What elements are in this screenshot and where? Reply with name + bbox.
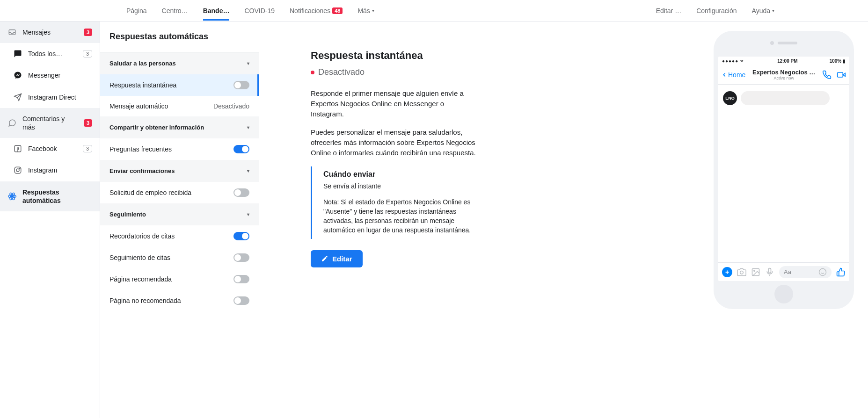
detail-title: Respuesta instantánea (311, 50, 690, 62)
phone-back-button[interactable]: Home (721, 71, 745, 79)
svg-rect-13 (769, 268, 771, 273)
when-box: Cuándo enviar Se envía al instante Nota:… (311, 166, 489, 239)
caret-down-icon: ▾ (247, 61, 249, 66)
svg-point-10 (740, 271, 744, 274)
phone-header: Home Expertos Negocios … Active now (718, 65, 849, 85)
phone-statusbar: ●●●●● ᯤ 12:00 PM 100% ▮ (718, 57, 849, 65)
phone-mic-icon[interactable] (765, 267, 774, 277)
sidebar-comentarios[interactable]: Comentarios y más 3 (0, 108, 100, 138)
toggle-pagina-recomendada[interactable] (233, 275, 249, 283)
when-note: Nota: Si el estado de Expertos Negocios … (323, 197, 479, 235)
message-bubble (741, 91, 830, 105)
phone-camera-icon[interactable] (737, 267, 746, 277)
row-pagina-recomendada[interactable]: Página recomendada (100, 268, 259, 290)
sidebar-respuestas-automaticas[interactable]: Respuestas automáticas (0, 181, 100, 211)
phone-image-icon[interactable] (751, 267, 760, 277)
instagram-icon (13, 166, 22, 174)
signal-icon: ●●●●● ᯤ (722, 58, 745, 64)
sidebar-instagram[interactable]: Instagram (0, 159, 100, 181)
row-mensaje-automatico[interactable]: Mensaje automático Desactivado (100, 96, 259, 116)
nav-configuracion[interactable]: Configuración (696, 1, 737, 20)
pencil-icon (321, 255, 328, 262)
nav-editar[interactable]: Editar … (656, 1, 681, 20)
nav-centro[interactable]: Centro… (162, 1, 188, 20)
atom-icon (7, 192, 17, 201)
caret-down-icon: ▾ (247, 168, 249, 173)
badge: 3 (84, 119, 92, 127)
svg-point-4 (19, 168, 20, 169)
inbox-icon (7, 28, 17, 36)
row-preguntas-frecuentes[interactable]: Preguntas frecuentes (100, 138, 259, 160)
phone-like-icon[interactable] (836, 267, 846, 277)
nav-covid[interactable]: COVID-19 (244, 1, 275, 20)
group-confirmaciones[interactable]: Enviar confirmaciones ▾ (100, 160, 259, 182)
settings-column: Respuestas automáticas Saludar a las per… (100, 22, 259, 418)
phone-footer: + Aa (718, 262, 849, 281)
toggle-respuesta-instantanea[interactable] (233, 81, 249, 89)
top-nav: Página Centro… Bande… COVID-19 Notificac… (0, 0, 868, 22)
toggle-pagina-no-recomendada[interactable] (233, 296, 249, 305)
phone-video-icon[interactable] (836, 70, 846, 79)
toggle-solicitud-empleo[interactable] (233, 188, 249, 197)
detail-paragraph-1: Responde el primer mensaje que alguien e… (311, 88, 479, 119)
phone-battery: 100% ▮ (830, 58, 846, 64)
phone-preview: ●●●●● ᯤ 12:00 PM 100% ▮ Home Expertos Ne… (709, 22, 868, 418)
phone-time: 12:00 PM (777, 58, 797, 64)
caret-down-icon: ▾ (772, 8, 774, 13)
row-recordatorios-citas[interactable]: Recordatorios de citas (100, 225, 259, 247)
badge: 3 (84, 29, 92, 36)
nav-pagina[interactable]: Página (126, 1, 147, 20)
sidebar-messenger[interactable]: Messenger (0, 65, 100, 86)
badge: 3 (83, 50, 92, 58)
sidebar-facebook[interactable]: Facebook 3 (0, 138, 100, 159)
detail-panel: Respuesta instantánea Desactivado Respon… (259, 22, 709, 418)
badge: 3 (83, 145, 92, 152)
nav-notificaciones[interactable]: Notificaciones 48 (290, 1, 343, 20)
caret-down-icon: ▾ (372, 8, 374, 13)
row-seguimiento-citas[interactable]: Seguimiento de citas (100, 247, 259, 268)
phone-add-icon[interactable]: + (722, 267, 732, 277)
messenger-icon (13, 71, 22, 79)
left-sidebar: Mensajes 3 Todos los… 3 Messenger Instag… (0, 22, 100, 418)
comment-icon (7, 119, 17, 127)
svg-point-12 (754, 270, 755, 271)
nav-bandeja[interactable]: Bande… (203, 1, 230, 20)
group-compartir[interactable]: Compartir y obtener información ▾ (100, 116, 259, 138)
when-sub: Se envía al instante (323, 182, 479, 190)
sidebar-todos[interactable]: Todos los… 3 (0, 43, 100, 65)
detail-paragraph-2: Puedes personalizar el mensaje para salu… (311, 127, 479, 158)
group-saludar[interactable]: Saludar a las personas ▾ (100, 52, 259, 74)
phone-home-button[interactable] (774, 285, 793, 303)
toggle-recordatorios-citas[interactable] (233, 232, 249, 240)
nav-ayuda[interactable]: Ayuda▾ (752, 1, 774, 20)
phone-input[interactable]: Aa (779, 266, 832, 278)
phone-page-name: Expertos Negocios … (747, 69, 820, 76)
settings-title: Respuestas automáticas (100, 22, 259, 52)
chat-icon (13, 50, 22, 58)
toggle-preguntas-frecuentes[interactable] (233, 145, 249, 153)
edit-button[interactable]: Editar (311, 250, 363, 267)
status-text: Desactivado (318, 67, 365, 77)
status-dot-icon (311, 71, 314, 74)
caret-down-icon: ▾ (247, 125, 249, 130)
toggle-seguimiento-citas[interactable] (233, 253, 249, 262)
sidebar-instagram-direct[interactable]: Instagram Direct (0, 86, 100, 108)
caret-down-icon: ▾ (247, 212, 249, 217)
svg-point-3 (16, 169, 19, 172)
phone-body: ENO (718, 85, 849, 262)
phone-call-icon[interactable] (822, 70, 832, 79)
notifications-badge: 48 (332, 7, 343, 14)
svg-point-14 (819, 268, 826, 275)
row-pagina-no-recomendada[interactable]: Página no recomendada (100, 290, 259, 311)
row-solicitud-empleo[interactable]: Solicitud de empleo recibida (100, 182, 259, 203)
row-respuesta-instantanea[interactable]: Respuesta instantánea (100, 74, 259, 96)
send-icon (13, 93, 22, 101)
facebook-icon (13, 144, 22, 153)
nav-mas[interactable]: Más▾ (357, 1, 374, 20)
svg-point-5 (11, 195, 13, 197)
phone-frame: ●●●●● ᯤ 12:00 PM 100% ▮ Home Expertos Ne… (714, 31, 854, 309)
emoji-icon[interactable] (818, 268, 827, 276)
group-seguimiento[interactable]: Seguimiento ▾ (100, 203, 259, 225)
phone-active-status: Active now (747, 76, 820, 80)
sidebar-mensajes[interactable]: Mensajes 3 (0, 22, 100, 43)
